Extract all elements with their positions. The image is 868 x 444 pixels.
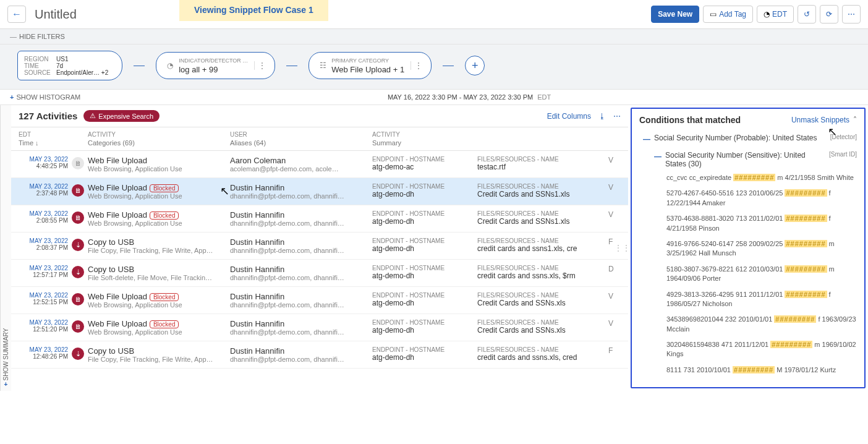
col-summary[interactable]: ACTIVITYSummary bbox=[372, 131, 477, 147]
row-date: MAY 23, 2022 bbox=[19, 346, 68, 353]
edit-columns-link[interactable]: Edit Columns bbox=[547, 112, 591, 121]
filter-category[interactable]: ☷ PRIMARY CATEGORYWeb File Upload + 1 ⋮ bbox=[308, 52, 432, 79]
conditions-panel: Conditions that matched Unmask Snippets … bbox=[631, 108, 866, 388]
snippet-item: 8111 731 2010/10/01 ######### M 1978/01/… bbox=[666, 365, 857, 375]
activity-count: 127 Activities bbox=[19, 111, 77, 121]
snippet-item: 345389698201044 232 2010/01/01 #########… bbox=[666, 315, 857, 334]
activity-type-icon: ⇣ bbox=[72, 239, 84, 251]
download-icon[interactable]: ⭳ bbox=[598, 112, 606, 121]
files-value: Credit Cards and SSNs.xls bbox=[477, 326, 608, 335]
files-value: credit cards and ssns1.xls, cre bbox=[477, 244, 608, 253]
chevron-up-icon[interactable]: ˄ bbox=[853, 116, 857, 124]
activity-table: ⋮⋮ 127 Activities ⚠Expensive Search Edit… bbox=[11, 105, 628, 391]
save-new-button[interactable]: Save New bbox=[651, 6, 699, 23]
timezone-button[interactable]: ◔EDT bbox=[757, 6, 794, 23]
activity-type-icon: 🗎 bbox=[72, 184, 84, 197]
endpoint-value: atg-demo-dh bbox=[372, 190, 477, 199]
col-activity[interactable]: ACTIVITYCategories (69) bbox=[88, 131, 230, 147]
condition-detector[interactable]: — Social Security Number (Probable): Uni… bbox=[639, 131, 857, 148]
row-time: 12:57:17 PM bbox=[19, 271, 68, 278]
blocked-badge: Blocked bbox=[150, 293, 179, 301]
activity-type-icon: ⇣ bbox=[72, 266, 84, 278]
table-row[interactable]: MAY 23, 202212:48:26 PM⇣Copy to USBFile … bbox=[11, 341, 628, 369]
table-row[interactable]: MAY 23, 202212:52:15 PM🗎Web File UploadB… bbox=[11, 287, 628, 314]
column-headers: EDTTime ↓ ACTIVITYCategories (69) USERAl… bbox=[11, 127, 628, 151]
endpoint-label: ENDPOINT - HOSTNAME bbox=[372, 292, 477, 299]
snippet-item: 4916-9766-5240-6147 258 2009/02/25 #####… bbox=[666, 239, 857, 258]
category-icon: ☷ bbox=[318, 61, 328, 70]
main-area: +SHOW SUMMARY ⋮⋮ 127 Activities ⚠Expensi… bbox=[0, 105, 868, 391]
endpoint-label: ENDPOINT - HOSTNAME bbox=[372, 237, 477, 244]
col-time[interactable]: EDTTime ↓ bbox=[19, 131, 72, 147]
files-value: Credit Cards and SSNs1.xls bbox=[477, 217, 608, 226]
user-name: Dustin Hannifin bbox=[230, 319, 372, 328]
refresh-button[interactable]: ⟳ bbox=[820, 5, 838, 23]
filter-menu-icon[interactable]: ⋮ bbox=[254, 61, 266, 70]
filter-menu-icon[interactable]: ⋮ bbox=[411, 61, 422, 70]
clock-icon: ◔ bbox=[764, 10, 770, 19]
row-date: MAY 23, 2022 bbox=[19, 265, 68, 271]
snippet-item: 4929-3813-3266-4295 911 2011/12/01 #####… bbox=[666, 290, 857, 309]
add-filter-button[interactable]: + bbox=[465, 56, 485, 75]
files-label: FILES/RESOURCES - NAME bbox=[477, 292, 608, 299]
refresh-icon: ⟳ bbox=[826, 10, 832, 19]
table-row[interactable]: MAY 23, 20222:08:37 PM⇣Copy to USBFile C… bbox=[11, 233, 628, 260]
snippet-banner: Viewing Snippet Flow Case 1 bbox=[179, 0, 328, 21]
table-row[interactable]: MAY 23, 202212:57:17 PM⇣Copy to USBFile … bbox=[11, 260, 628, 287]
user-name: Dustin Hannifin bbox=[230, 237, 372, 247]
activity-categories: Web Browsing, Application Use bbox=[88, 165, 230, 173]
row-time: 4:48:25 PM bbox=[19, 163, 68, 169]
user-alias: dhannifin@pfpt-demo.com, dhannifi… bbox=[230, 220, 372, 227]
show-histogram-toggle[interactable]: +SHOW HISTOGRAM bbox=[10, 93, 80, 101]
table-row[interactable]: MAY 23, 202212:51:20 PM🗎Web File UploadB… bbox=[11, 314, 628, 341]
table-row[interactable]: MAY 23, 20222:08:55 PM🗎Web File UploadBl… bbox=[11, 205, 628, 233]
masked-value: ######### bbox=[733, 366, 775, 374]
panel-resize-handle[interactable]: ⋮⋮ bbox=[615, 244, 631, 252]
history-button[interactable]: ↺ bbox=[798, 5, 816, 23]
files-value: Credit Cards and SSNs.xls bbox=[477, 299, 608, 307]
masked-value: ######### bbox=[785, 189, 827, 197]
collapse-icon[interactable]: — bbox=[654, 152, 662, 161]
activity-type-icon: 🗎 bbox=[72, 293, 84, 305]
snippet-item: 5370-4638-8881-3020 713 2011/02/01 #####… bbox=[666, 214, 857, 233]
masked-value: ######### bbox=[774, 315, 816, 323]
activity-title: Web File UploadBlocked bbox=[88, 319, 230, 328]
panel-title: Conditions that matched bbox=[639, 115, 741, 125]
endpoint-value: atg-demo-dh bbox=[372, 244, 477, 253]
table-more-icon[interactable]: ⋯ bbox=[613, 112, 621, 121]
hide-filters-toggle[interactable]: —HIDE FILTERS bbox=[0, 29, 868, 45]
expensive-search-badge: ⚠Expensive Search bbox=[83, 110, 160, 122]
more-button[interactable]: ⋯ bbox=[842, 5, 861, 23]
unmask-snippets-link[interactable]: Unmask Snippets bbox=[791, 116, 849, 124]
activity-type-icon: 🗎 bbox=[72, 320, 84, 333]
table-row[interactable]: MAY 23, 20224:48:25 PM🗎Web File UploadWe… bbox=[11, 151, 628, 178]
blocked-badge: Blocked bbox=[150, 211, 179, 220]
masked-value: ######### bbox=[733, 174, 775, 181]
activity-title: Web File UploadBlocked bbox=[88, 183, 230, 192]
endpoint-value: atg-demo-dh bbox=[372, 271, 477, 280]
row-date: MAY 23, 2022 bbox=[19, 210, 68, 217]
show-summary-tab[interactable]: +SHOW SUMMARY bbox=[0, 105, 11, 391]
add-tag-button[interactable]: ▭Add Tag bbox=[703, 6, 753, 23]
col-user[interactable]: USERAliases (64) bbox=[230, 131, 372, 147]
collapse-icon[interactable]: — bbox=[643, 135, 650, 143]
masked-value: ######### bbox=[785, 265, 827, 273]
page-title: Untitled bbox=[35, 7, 77, 22]
filter-indicator[interactable]: ◔ INDICATOR/DETECTOR …log all + 99 ⋮ bbox=[156, 52, 275, 79]
row-extra: V bbox=[608, 210, 621, 219]
table-row[interactable]: MAY 23, 20222:37:48 PM🗎Web File UploadBl… bbox=[11, 178, 628, 205]
masked-value: ######### bbox=[770, 341, 812, 348]
files-label: FILES/RESOURCES - NAME bbox=[477, 237, 608, 244]
row-time: 2:08:55 PM bbox=[19, 217, 68, 224]
activity-categories: File Copy, File Tracking, File Write, Ap… bbox=[88, 247, 230, 254]
blocked-badge: Blocked bbox=[150, 320, 179, 328]
back-button[interactable]: ← bbox=[7, 6, 26, 23]
condition-smartid[interactable]: — Social Security Number (Sensitive): Un… bbox=[639, 148, 857, 173]
user-alias: dhannifin@pfpt-demo.com, dhannifi… bbox=[230, 192, 372, 200]
filter-main[interactable]: REGIONUS1 TIME7d SOURCEEndpoint/Aler… +2 bbox=[17, 51, 122, 80]
snippet-item: 30204861594838 471 2011/12/01 ######### … bbox=[666, 340, 857, 359]
activity-categories: Web Browsing, Application Use bbox=[88, 301, 230, 309]
row-date: MAY 23, 2022 bbox=[19, 156, 68, 163]
files-label: FILES/RESOURCES - NAME bbox=[477, 183, 608, 190]
user-name: Dustin Hannifin bbox=[230, 346, 372, 356]
